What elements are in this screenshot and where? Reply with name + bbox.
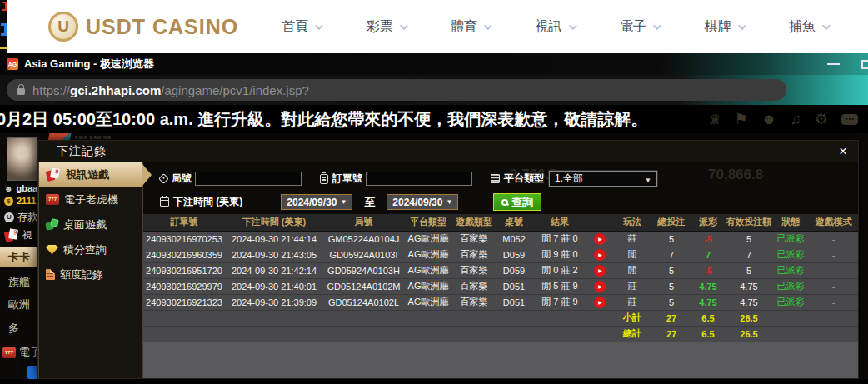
play-video-button[interactable] [594, 297, 606, 308]
cell-desk: M052 [496, 231, 532, 247]
cell-time: 2024-09-30 21:43:05 [225, 247, 323, 262]
nav-item-5[interactable]: 棋牌 [705, 18, 744, 36]
slot-icon [2, 347, 16, 358]
play-video-button[interactable] [594, 265, 606, 277]
modal-header: 下注記錄 × [38, 141, 858, 162]
nav-item-4[interactable]: 電子 [620, 18, 659, 36]
brand[interactable]: U USDT CASINO [48, 12, 238, 42]
cell-playtype: 莊 [612, 231, 652, 247]
col-header-payout: 派彩 [691, 214, 726, 231]
nav-item-label: 棋牌 [705, 18, 731, 36]
sidebar-tab-1[interactable]: 電子老虎機 [39, 187, 142, 212]
order-label: 訂單號 [332, 172, 362, 186]
close-icon[interactable]: × [835, 144, 851, 159]
table-row: 2409302169213232024-09-30 21:39:09GD0512… [143, 294, 858, 310]
cell-platform: AG歐洲廳 [404, 247, 452, 262]
gear-icon[interactable]: ⚙ [815, 111, 828, 127]
cell-valid: 7 [726, 247, 772, 262]
gem-icon [46, 245, 58, 255]
deposit-row[interactable]: U 存款 [4, 210, 37, 224]
sidebar-tab-0[interactable]: 視訊遊戲 [39, 162, 142, 187]
slot-icon [46, 194, 59, 205]
cell-status: 已派彩 [772, 278, 809, 294]
bg-menu-item[interactable]: 旗艦 [8, 275, 30, 290]
cell-time: 2024-09-30 21:44:14 [225, 231, 323, 247]
chat-user-icon[interactable]: ☻ [761, 111, 776, 127]
user-row[interactable]: ☻ gbaa [4, 183, 37, 193]
cell-platform: AG歐洲廳 [404, 294, 452, 310]
cell-result: 閒 7 莊 0 [532, 231, 587, 247]
filter-panel: 2,766.7 70,866.8 局號 訂單號 [143, 162, 858, 214]
cell-playtype: 莊 [612, 294, 652, 310]
play-video-button[interactable] [594, 281, 606, 292]
col-header-mode: 遊戲模式 [809, 214, 858, 231]
nav-item-3[interactable]: 視訊 [536, 18, 575, 36]
deposit-icon: U [4, 212, 14, 222]
col-header-time: 下注時間 (美東) [225, 214, 323, 231]
bg-menu-item[interactable]: 多 [8, 321, 19, 336]
cell-round: GD05924A0103H [323, 262, 404, 278]
cell-sum-payout: 6.5 [691, 310, 726, 326]
marquee-icons: ♛VIP⚑☻♫⚙… [701, 111, 858, 127]
col-header-round: 局號 [323, 214, 404, 231]
cut-blue-icon [1, 23, 7, 36]
cell-payout: 7 [691, 247, 726, 262]
cell-game: 百家樂 [452, 294, 496, 310]
browser-urlbar: https://gci.2hhapi.com/agingame/pcv1/ind… [0, 75, 868, 105]
modal-body: 視訊遊戲電子老虎機桌面遊戲積分查詢額度記錄 2,766.7 70,866.8 局… [38, 162, 858, 378]
play-video-button[interactable] [594, 233, 606, 245]
nav-item-1[interactable]: 彩票 [367, 18, 406, 36]
nav-item-0[interactable]: 首頁 [282, 18, 321, 36]
records-table-zone: 訂單號下注時間 (美東)局號平台類型遊戲類型桌號結果玩法總投注派彩有效投注額狀態… [143, 214, 858, 378]
nav-item-6[interactable]: 捕魚 [789, 18, 828, 36]
cell-play [587, 294, 612, 310]
cell-desk: D059 [496, 247, 532, 262]
cell-mode: - [809, 294, 858, 310]
cell-sum-payout: 6.5 [691, 326, 726, 342]
sidebar-tab-2[interactable]: 桌面遊戲 [39, 212, 142, 237]
bg-menu-item-slots[interactable]: 電子 [2, 345, 41, 360]
maximize-button[interactable] [861, 60, 868, 69]
workspace: ASIA GAMING ☻ gbaa $ 2111 U 存款 視 卡卡 旗艦 [0, 133, 868, 379]
avatar[interactable] [7, 137, 37, 181]
flag-icon[interactable]: ⚑ [734, 111, 747, 127]
url-prefix: https:// [32, 83, 70, 97]
cell-time: 2024-09-30 21:42:14 [225, 262, 323, 278]
search-button[interactable]: 查詢 [493, 193, 541, 211]
bg-menu-item[interactable]: 歐洲 [8, 297, 30, 312]
col-header-game: 遊戲類型 [452, 214, 496, 231]
round-input[interactable] [195, 172, 302, 186]
chat-bubble-icon[interactable]: … [841, 114, 858, 125]
nav-item-2[interactable]: 體育 [451, 18, 490, 36]
filter-row-1: 局號 訂單號 平台類型 [160, 168, 858, 189]
search-icon [501, 199, 508, 206]
to-label: 至 [364, 195, 375, 210]
sidebar-tab-3[interactable]: 積分查詢 [39, 237, 142, 262]
play-video-button[interactable] [594, 249, 606, 261]
cell-game: 百家樂 [452, 262, 496, 278]
brand-name: USDT CASINO [86, 15, 238, 39]
table-row: 2409302169603592024-09-30 21:43:05GD0592… [143, 247, 858, 262]
col-header-playtype: 玩法 [612, 214, 652, 231]
sidebar-tab-label: 額度記錄 [60, 267, 103, 282]
tag-icon [158, 173, 169, 184]
chevron-down-icon [822, 22, 831, 30]
platform-select[interactable]: 1.全部 [549, 171, 657, 187]
col-header-platform: 平台類型 [404, 214, 452, 231]
doc-icon [46, 269, 55, 280]
video-row[interactable]: 視 [4, 228, 32, 242]
address-bar[interactable]: https://gci.2hhapi.com/agingame/pcv1/ind… [7, 79, 786, 101]
vip-icon[interactable]: ♛VIP [710, 111, 721, 127]
date-to-button[interactable]: 2024/09/30 [387, 194, 458, 210]
announcement-text: 0月2日 05:00至10:00 a.m. 進行升級。對此給您帶來的不便，我們深… [0, 108, 647, 131]
order-input[interactable] [366, 172, 472, 186]
sidebar-tab-4[interactable]: 額度記錄 [39, 262, 142, 287]
cell-round: GD05924A0103I [323, 247, 404, 262]
minimize-button[interactable] [827, 63, 840, 65]
url-path: /agingame/pcv1/index.jsp? [161, 83, 309, 97]
platform-selected-value: 1.全部 [555, 172, 583, 186]
bg-menu-item-active[interactable]: 卡卡 [0, 247, 42, 267]
music-icon[interactable]: ♫ [790, 111, 801, 127]
col-header-valid: 有效投注額 [726, 214, 772, 231]
date-from-button[interactable]: 2024/09/30 [281, 194, 352, 210]
